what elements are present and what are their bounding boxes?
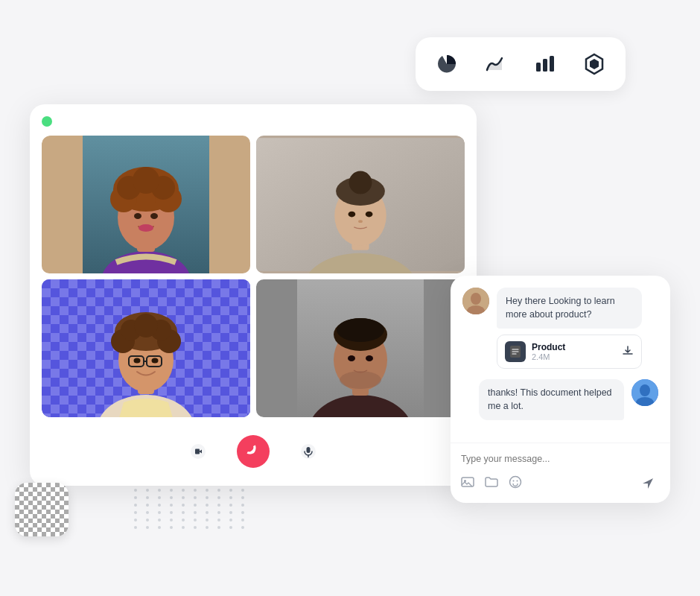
chat-input-area: [451, 443, 670, 503]
svg-point-23: [349, 171, 372, 194]
chat-window: Hey there Looking to learn more about pr…: [451, 276, 670, 503]
svg-point-14: [133, 167, 159, 194]
svg-rect-52: [307, 447, 311, 453]
svg-point-65: [517, 481, 518, 482]
chat-bubble-sent-1: thanks! This document helped me a lot.: [479, 379, 624, 420]
svg-point-17: [139, 224, 153, 232]
svg-point-49: [366, 355, 373, 361]
scene: // Generate 80 dots for(let i = 0; i < 8…: [30, 37, 670, 559]
svg-point-37: [152, 358, 159, 364]
chat-bubble-1: Hey there Looking to learn more about pr…: [497, 288, 642, 329]
svg-rect-0: [536, 63, 541, 72]
chat-avatar-1: [462, 288, 489, 314]
chat-avatar-2: [631, 379, 658, 406]
file-size: 2.4M: [532, 352, 616, 361]
download-icon[interactable]: [622, 345, 634, 359]
chat-action-icons: [461, 475, 522, 492]
svg-point-35: [134, 314, 158, 337]
status-dot: [42, 116, 52, 127]
emoji-icon[interactable]: [509, 475, 522, 492]
svg-rect-2: [550, 56, 554, 72]
chat-text-1: Hey there Looking to learn more about pr…: [506, 296, 615, 320]
chat-text-sent-1: thanks! This document helped me a lot.: [488, 387, 612, 411]
chat-message-received-1: Hey there Looking to learn more about pr…: [462, 288, 658, 369]
pie-chart-button[interactable]: [430, 48, 463, 80]
chat-body: Hey there Looking to learn more about pr…: [451, 276, 670, 443]
message-input[interactable]: [461, 451, 660, 472]
chat-message-sent-1: thanks! This document helped me a lot.: [462, 379, 658, 420]
checker-thumbnail[interactable]: [15, 483, 69, 536]
svg-point-48: [348, 355, 355, 361]
svg-point-47: [340, 371, 381, 389]
svg-rect-1: [543, 59, 547, 72]
svg-point-55: [471, 293, 481, 305]
video-grid: [42, 136, 465, 417]
svg-rect-61: [462, 478, 474, 486]
svg-point-64: [513, 481, 515, 482]
video-cell-2: [256, 136, 465, 273]
file-attachment[interactable]: Product 2.4M: [497, 335, 642, 369]
folder-icon[interactable]: [485, 475, 498, 492]
svg-point-62: [464, 480, 466, 482]
svg-point-25: [366, 212, 373, 218]
svg-point-26: [358, 220, 363, 223]
video-window: [30, 104, 477, 486]
svg-marker-4: [590, 59, 599, 69]
hexagon-button[interactable]: [578, 48, 611, 80]
svg-point-24: [349, 212, 356, 218]
icon-toolbar: [416, 37, 626, 91]
svg-point-15: [134, 213, 141, 219]
bar-chart-button[interactable]: [529, 48, 561, 80]
svg-point-36: [134, 358, 141, 364]
image-attach-icon[interactable]: [461, 475, 474, 492]
video-controls: [42, 429, 465, 474]
svg-point-59: [640, 384, 650, 396]
video-cell-1: [42, 136, 250, 273]
file-info: Product 2.4M: [532, 342, 616, 361]
mic-button[interactable]: [292, 435, 325, 468]
chat-input-actions: [461, 472, 660, 495]
file-icon: [505, 341, 526, 362]
video-cell-3: [42, 279, 250, 417]
line-chart-button[interactable]: [480, 48, 512, 80]
svg-point-16: [150, 213, 158, 219]
svg-point-46: [337, 318, 384, 342]
send-button[interactable]: [636, 472, 660, 495]
camera-button[interactable]: [182, 435, 214, 468]
video-cell-4: [256, 279, 465, 417]
end-call-button[interactable]: [237, 435, 270, 468]
file-name: Product: [532, 342, 616, 352]
